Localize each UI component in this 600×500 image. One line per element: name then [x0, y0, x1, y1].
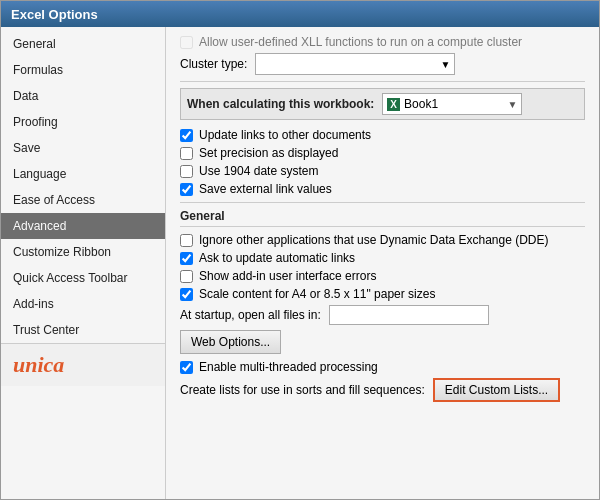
main-panel: Allow user-defined XLL functions to run … [166, 27, 599, 499]
sidebar: General Formulas Data Proofing Save Lang… [1, 27, 166, 499]
cluster-checkbox-row: Allow user-defined XLL functions to run … [180, 35, 585, 49]
wb-checkbox-0[interactable] [180, 129, 193, 142]
create-lists-row: Create lists for use in sorts and fill s… [180, 378, 585, 402]
divider-1 [180, 81, 585, 82]
excel-options-dialog: Excel Options General Formulas Data Proo… [0, 0, 600, 500]
workbook-select[interactable]: X Book1 ▼ [382, 93, 522, 115]
startup-row: At startup, open all files in: [180, 305, 585, 325]
cluster-checkbox[interactable] [180, 36, 193, 49]
create-lists-label: Create lists for use in sorts and fill s… [180, 383, 425, 397]
gen-checkbox-0[interactable] [180, 234, 193, 247]
gen-checkbox-row-2: Show add-in user interface errors [180, 269, 585, 283]
sidebar-item-language[interactable]: Language [1, 161, 165, 187]
cluster-type-row: Cluster type: ▼ [180, 53, 585, 75]
sidebar-item-trust-center[interactable]: Trust Center [1, 317, 165, 343]
gen-checkbox-row-0: Ignore other applications that use Dynam… [180, 233, 585, 247]
web-options-button[interactable]: Web Options... [180, 330, 281, 354]
gen-checkbox-row-3: Scale content for A4 or 8.5 x 11" paper … [180, 287, 585, 301]
wb-checkbox-row-0: Update links to other documents [180, 128, 585, 142]
gen-checkbox-label-3: Scale content for A4 or 8.5 x 11" paper … [199, 287, 435, 301]
workbook-row: When calculating this workbook: X Book1 … [180, 88, 585, 120]
wb-checkbox-label-3: Save external link values [199, 182, 332, 196]
dialog-title: Excel Options [11, 7, 98, 22]
general-section-title: General [180, 209, 585, 227]
wb-checkbox-row-3: Save external link values [180, 182, 585, 196]
cluster-select-arrow: ▼ [440, 59, 450, 70]
sidebar-item-general[interactable]: General [1, 31, 165, 57]
sidebar-item-ease-of-access[interactable]: Ease of Access [1, 187, 165, 213]
sidebar-item-quick-access-toolbar[interactable]: Quick Access Toolbar [1, 265, 165, 291]
sidebar-item-customize-ribbon[interactable]: Customize Ribbon [1, 239, 165, 265]
when-calculating-label: When calculating this workbook: [187, 97, 374, 111]
multithread-label: Enable multi-threaded processing [199, 360, 378, 374]
wb-checkbox-row-1: Set precision as displayed [180, 146, 585, 160]
gen-checkbox-label-1: Ask to update automatic links [199, 251, 355, 265]
gen-checkbox-1[interactable] [180, 252, 193, 265]
workbook-badge: X [387, 98, 400, 111]
cluster-checkbox-label: Allow user-defined XLL functions to run … [199, 35, 522, 49]
gen-checkbox-label-0: Ignore other applications that use Dynam… [199, 233, 549, 247]
sidebar-item-save[interactable]: Save [1, 135, 165, 161]
title-bar: Excel Options [1, 1, 599, 27]
sidebar-item-data[interactable]: Data [1, 83, 165, 109]
wb-checkbox-label-0: Update links to other documents [199, 128, 371, 142]
cluster-type-select[interactable]: ▼ [255, 53, 455, 75]
gen-checkbox-label-2: Show add-in user interface errors [199, 269, 376, 283]
multithread-checkbox[interactable] [180, 361, 193, 374]
gen-checkbox-3[interactable] [180, 288, 193, 301]
wb-checkbox-row-2: Use 1904 date system [180, 164, 585, 178]
gen-checkbox-row-1: Ask to update automatic links [180, 251, 585, 265]
sidebar-item-formulas[interactable]: Formulas [1, 57, 165, 83]
unica-logo: unica [1, 343, 165, 386]
sidebar-item-proofing[interactable]: Proofing [1, 109, 165, 135]
wb-checkbox-label-2: Use 1904 date system [199, 164, 318, 178]
workbook-select-arrow: ▼ [507, 99, 517, 110]
sidebar-item-add-ins[interactable]: Add-ins [1, 291, 165, 317]
wb-checkbox-1[interactable] [180, 147, 193, 160]
multithread-row: Enable multi-threaded processing [180, 360, 585, 374]
wb-checkbox-2[interactable] [180, 165, 193, 178]
dialog-content: General Formulas Data Proofing Save Lang… [1, 27, 599, 499]
startup-label: At startup, open all files in: [180, 308, 321, 322]
wb-checkbox-label-1: Set precision as displayed [199, 146, 338, 160]
workbook-name: Book1 [404, 97, 438, 111]
edit-custom-lists-button[interactable]: Edit Custom Lists... [433, 378, 560, 402]
gen-checkbox-2[interactable] [180, 270, 193, 283]
wb-checkbox-3[interactable] [180, 183, 193, 196]
startup-input[interactable] [329, 305, 489, 325]
sidebar-item-advanced[interactable]: Advanced [1, 213, 165, 239]
cluster-type-label: Cluster type: [180, 57, 247, 71]
divider-2 [180, 202, 585, 203]
